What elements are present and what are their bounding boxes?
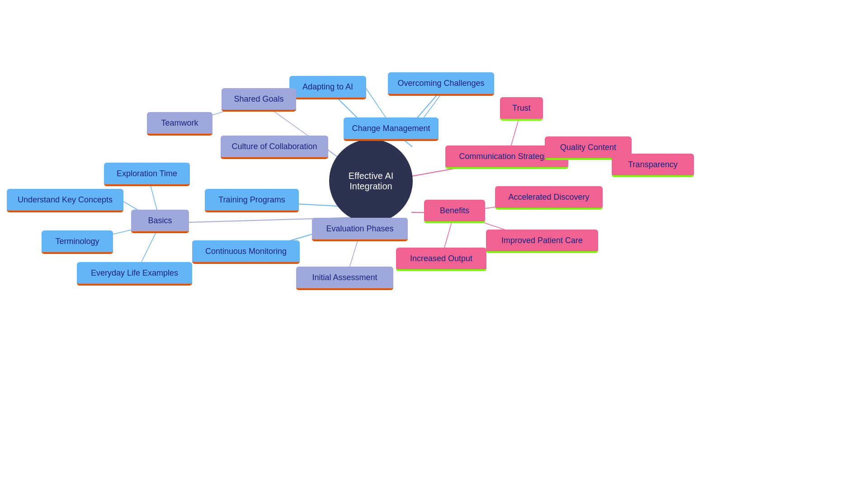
terminology-label: Terminology bbox=[55, 237, 99, 246]
teamwork-label: Teamwork bbox=[161, 118, 198, 128]
svg-line-3 bbox=[366, 89, 389, 122]
change-management-node[interactable]: Change Management bbox=[344, 117, 439, 141]
adapting-to-ai-node[interactable]: Adapting to AI bbox=[289, 76, 366, 99]
evaluation-phases-label: Evaluation Phases bbox=[326, 224, 393, 234]
exploration-time-node[interactable]: Exploration Time bbox=[104, 163, 190, 186]
training-programs-label: Training Programs bbox=[218, 195, 285, 205]
transparency-label: Transparency bbox=[628, 160, 677, 169]
accelerated-discovery-label: Accelerated Discovery bbox=[508, 192, 589, 202]
trust-node[interactable]: Trust bbox=[500, 97, 543, 121]
benefits-label: Benefits bbox=[440, 206, 469, 216]
initial-assessment-label: Initial Assessment bbox=[312, 273, 377, 282]
terminology-node[interactable]: Terminology bbox=[42, 230, 113, 254]
overcoming-challenges-node[interactable]: Overcoming Challenges bbox=[388, 72, 494, 96]
increased-output-label: Increased Output bbox=[410, 254, 472, 263]
continuous-monitoring-label: Continuous Monitoring bbox=[205, 247, 287, 256]
understand-key-concepts-label: Understand Key Concepts bbox=[18, 195, 113, 205]
communication-strategies-label: Communication Strategies bbox=[459, 152, 554, 161]
exploration-time-label: Exploration Time bbox=[117, 169, 177, 178]
shared-goals-node[interactable]: Shared Goals bbox=[222, 88, 296, 112]
basics-label: Basics bbox=[148, 216, 172, 225]
increased-output-node[interactable]: Increased Output bbox=[396, 248, 486, 271]
center-label: Effective AI Integration bbox=[329, 171, 413, 192]
training-programs-node[interactable]: Training Programs bbox=[205, 189, 299, 212]
basics-node[interactable]: Basics bbox=[131, 210, 189, 233]
everyday-life-examples-label: Everyday Life Examples bbox=[91, 268, 178, 278]
evaluation-phases-node[interactable]: Evaluation Phases bbox=[312, 218, 408, 241]
change-management-label: Change Management bbox=[352, 124, 430, 133]
shared-goals-label: Shared Goals bbox=[234, 94, 283, 104]
improved-patient-care-label: Improved Patient Care bbox=[501, 236, 583, 245]
transparency-node[interactable]: Transparency bbox=[612, 154, 694, 177]
initial-assessment-node[interactable]: Initial Assessment bbox=[296, 267, 393, 290]
trust-label: Trust bbox=[512, 103, 530, 113]
quality-content-label: Quality Content bbox=[560, 143, 616, 152]
culture-of-collaboration-label: Culture of Collaboration bbox=[231, 142, 317, 151]
continuous-monitoring-node[interactable]: Continuous Monitoring bbox=[192, 240, 300, 264]
benefits-node[interactable]: Benefits bbox=[424, 200, 485, 223]
culture-of-collaboration-node[interactable]: Culture of Collaboration bbox=[221, 136, 328, 159]
everyday-life-examples-node[interactable]: Everyday Life Examples bbox=[77, 262, 192, 286]
understand-key-concepts-node[interactable]: Understand Key Concepts bbox=[7, 189, 123, 212]
improved-patient-care-node[interactable]: Improved Patient Care bbox=[486, 230, 598, 253]
accelerated-discovery-node[interactable]: Accelerated Discovery bbox=[495, 186, 603, 210]
center-node[interactable]: Effective AI Integration bbox=[329, 139, 413, 223]
overcoming-challenges-label: Overcoming Challenges bbox=[397, 79, 484, 88]
adapting-to-ai-label: Adapting to AI bbox=[302, 82, 353, 92]
teamwork-node[interactable]: Teamwork bbox=[147, 112, 212, 136]
